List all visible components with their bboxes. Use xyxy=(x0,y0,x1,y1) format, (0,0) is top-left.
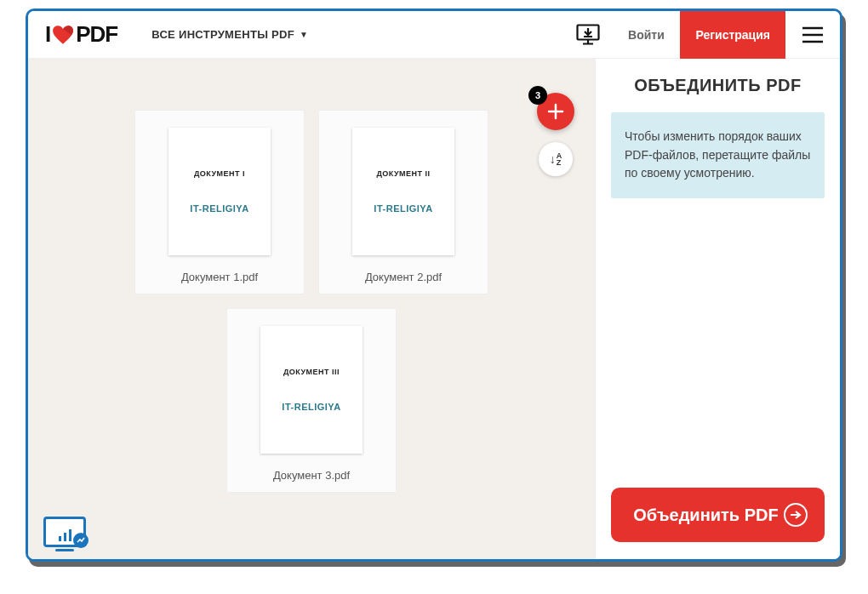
sort-az-icon: ↓AZ xyxy=(550,152,562,166)
thumb-title: ДОКУМЕНТ II xyxy=(376,169,430,178)
sidebar-title: ОБЪЕДИНИТЬ PDF xyxy=(611,76,825,95)
hint-box: Чтобы изменить порядок ваших PDF-файлов,… xyxy=(611,112,825,198)
file-name: Документ 2.pdf xyxy=(365,271,442,283)
heart-icon xyxy=(52,25,74,45)
file-card[interactable]: ДОКУМЕНТ II IT-RELIGIYA Документ 2.pdf xyxy=(318,110,488,294)
trend-badge-icon xyxy=(73,533,89,548)
header: I PDF ВСЕ ИНСТРУМЕНТЫ PDF ▼ xyxy=(28,11,840,59)
thumb-title: ДОКУМЕНТ III xyxy=(283,368,340,376)
caret-down-icon: ▼ xyxy=(300,30,308,39)
sidebar: ОБЪЕДИНИТЬ PDF Чтобы изменить порядок ва… xyxy=(595,59,840,559)
file-canvas[interactable]: ДОКУМЕНТ I IT-RELIGIYA Документ 1.pdf ДО… xyxy=(28,59,595,559)
register-label: Регистрация xyxy=(695,28,770,42)
plus-icon xyxy=(546,102,565,121)
file-thumbnail: ДОКУМЕНТ III IT-RELIGIYA xyxy=(260,326,363,454)
thumb-brand: IT-RELIGIYA xyxy=(190,203,248,214)
merge-button[interactable]: Объединить PDF xyxy=(611,488,825,542)
thumb-title: ДОКУМЕНТ I xyxy=(194,169,245,178)
file-grid: ДОКУМЕНТ I IT-RELIGIYA Документ 1.pdf ДО… xyxy=(116,110,507,493)
logo-text-prefix: I xyxy=(45,21,50,48)
body: ДОКУМЕНТ I IT-RELIGIYA Документ 1.pdf ДО… xyxy=(28,59,840,559)
login-label: Войти xyxy=(628,28,665,42)
file-card[interactable]: ДОКУМЕНТ III IT-RELIGIYA Документ 3.pdf xyxy=(226,308,397,493)
app-window: I PDF ВСЕ ИНСТРУМЕНТЫ PDF ▼ xyxy=(26,9,842,562)
all-tools-menu[interactable]: ВСЕ ИНСТРУМЕНТЫ PDF ▼ xyxy=(151,28,308,41)
hamburger-menu-button[interactable] xyxy=(785,11,840,59)
arrow-right-circle-icon xyxy=(784,503,808,527)
merge-label: Объединить PDF xyxy=(628,505,784,526)
login-button[interactable]: Войти xyxy=(612,11,680,59)
fab-stack: 3 ↓AZ xyxy=(537,93,574,176)
thumb-brand: IT-RELIGIYA xyxy=(374,203,432,214)
bar-chart-icon xyxy=(59,528,71,541)
file-thumbnail: ДОКУМЕНТ I IT-RELIGIYA xyxy=(168,128,271,255)
file-card[interactable]: ДОКУМЕНТ I IT-RELIGIYA Документ 1.pdf xyxy=(134,110,305,294)
hamburger-icon xyxy=(802,26,824,43)
logo-text-suffix: PDF xyxy=(76,21,117,48)
file-thumbnail: ДОКУМЕНТ II IT-RELIGIYA xyxy=(352,128,454,255)
file-name: Документ 1.pdf xyxy=(181,271,258,283)
tools-menu-label: ВСЕ ИНСТРУМЕНТЫ PDF xyxy=(151,28,294,41)
desktop-app-button[interactable] xyxy=(564,11,612,59)
logo[interactable]: I PDF xyxy=(45,21,117,48)
register-button[interactable]: Регистрация xyxy=(680,11,785,59)
add-files-button[interactable]: 3 xyxy=(537,93,574,130)
thumb-brand: IT-RELIGIYA xyxy=(282,402,340,412)
file-count-badge: 3 xyxy=(528,86,547,105)
sort-button[interactable]: ↓AZ xyxy=(539,142,573,176)
monitor-download-icon xyxy=(576,24,600,46)
file-name: Документ 3.pdf xyxy=(273,469,350,482)
stats-widget[interactable] xyxy=(43,517,86,547)
